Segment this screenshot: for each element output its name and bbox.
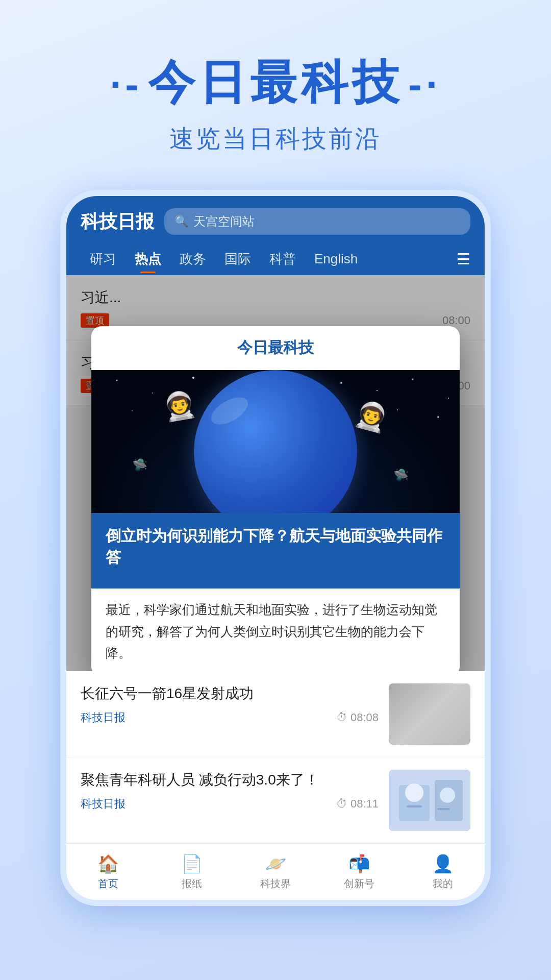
news-time-4: ⏱ 08:11 bbox=[336, 797, 379, 811]
news-item-4[interactable]: 聚焦青年科研人员 减负行动3.0来了！ 科技日报 ⏱ 08:11 bbox=[66, 757, 485, 844]
nav-item-hotspot[interactable]: 热点 bbox=[126, 245, 170, 273]
innovation-icon: 📬 bbox=[348, 853, 370, 874]
science-icon: 🪐 bbox=[265, 853, 286, 874]
modal-title: 今日最科技 bbox=[237, 339, 314, 356]
thumb-lab-4 bbox=[389, 770, 470, 831]
news-list: 习近... 置顶 08:00 习近...发展... 置顶 08:00 今日最科技 bbox=[66, 275, 485, 844]
svg-point-2 bbox=[192, 377, 194, 379]
bottom-nav-innovation-label: 创新号 bbox=[344, 877, 374, 891]
bottom-nav-profile[interactable]: 👤 我的 bbox=[401, 844, 485, 900]
modal-image: 👨‍🚀 👨‍🚀 🛸 🛸 bbox=[91, 370, 460, 513]
modal-article-body: 最近，科学家们通过航天和地面实验，进行了生物运动知觉的研究，解答了为何人类倒立时… bbox=[91, 589, 460, 676]
nav-menu-icon[interactable]: ☰ bbox=[457, 250, 470, 268]
bottom-nav-science-label: 科技界 bbox=[260, 877, 291, 891]
bottom-nav-science[interactable]: 🪐 科技界 bbox=[234, 844, 317, 900]
news-source-3: 科技日报 bbox=[81, 710, 126, 725]
bottom-nav-home-label: 首页 bbox=[98, 877, 118, 891]
svg-point-16 bbox=[397, 409, 398, 410]
news-thumbnail-4 bbox=[389, 770, 470, 831]
newspaper-icon: 📄 bbox=[181, 853, 203, 874]
news-thumbnail-3 bbox=[389, 683, 470, 745]
news-source-4: 科技日报 bbox=[81, 796, 126, 812]
search-placeholder-text: 天宫空间站 bbox=[193, 213, 255, 230]
search-bar[interactable]: 🔍 天宫空间站 bbox=[164, 208, 470, 235]
svg-point-1 bbox=[152, 393, 153, 394]
bottom-nav-newspaper[interactable]: 📄 报纸 bbox=[150, 844, 234, 900]
nav-item-science[interactable]: 科普 bbox=[260, 245, 305, 273]
svg-point-21 bbox=[405, 783, 423, 802]
news-item-4-inner: 聚焦青年科研人员 减负行动3.0来了！ 科技日报 ⏱ 08:11 bbox=[81, 770, 470, 831]
phone-mockup: 科技日报 🔍 天宫空间站 研习 热点 政务 国际 科普 English ☰ 习近… bbox=[66, 196, 485, 900]
news-text-4: 聚焦青年科研人员 减负行动3.0来了！ 科技日报 ⏱ 08:11 bbox=[81, 770, 379, 831]
svg-point-9 bbox=[448, 398, 449, 399]
news-item-3[interactable]: 长征六号一箭16星发射成功 科技日报 ⏱ 08:08 bbox=[66, 671, 485, 757]
svg-point-17 bbox=[437, 416, 439, 418]
modal-article-body-text: 最近，科学家们通过航天和地面实验，进行了生物运动知觉的研究，解答了为何人类倒立时… bbox=[91, 599, 460, 676]
news-item-3-inner: 长征六号一箭16星发射成功 科技日报 ⏱ 08:08 bbox=[81, 683, 470, 745]
app-header-top: 科技日报 🔍 天宫空间站 bbox=[81, 208, 470, 235]
svg-rect-23 bbox=[407, 805, 422, 807]
svg-point-6 bbox=[340, 382, 342, 384]
astronaut-1: 👨‍🚀 bbox=[160, 388, 198, 424]
page-subtitle: 速览当日科技前沿 bbox=[0, 122, 551, 155]
svg-point-0 bbox=[116, 380, 118, 381]
space-background: 👨‍🚀 👨‍🚀 🛸 🛸 bbox=[91, 370, 460, 513]
satellite-2: 🛸 bbox=[393, 468, 409, 482]
svg-rect-24 bbox=[437, 808, 450, 810]
svg-point-7 bbox=[377, 390, 378, 391]
modal-content-header: 倒立时为何识别能力下降？航天与地面实验共同作答 bbox=[91, 513, 460, 589]
modal-header: 今日最科技 bbox=[91, 326, 460, 370]
news-title-4: 聚焦青年科研人员 减负行动3.0来了！ bbox=[81, 770, 379, 790]
bottom-nav-newspaper-label: 报纸 bbox=[182, 877, 202, 891]
nav-item-politics[interactable]: 政务 bbox=[170, 245, 215, 273]
page-header: 今日最科技 速览当日科技前沿 bbox=[0, 0, 551, 176]
app-header: 科技日报 🔍 天宫空间站 研习 热点 政务 国际 科普 English ☰ bbox=[66, 196, 485, 275]
nav-item-xuexi[interactable]: 研习 bbox=[81, 245, 126, 273]
bottom-nav-innovation[interactable]: 📬 创新号 bbox=[317, 844, 401, 900]
svg-point-22 bbox=[440, 788, 455, 803]
nav-item-english[interactable]: English bbox=[305, 246, 367, 272]
satellite-1: 🛸 bbox=[132, 458, 147, 472]
bottom-nav-profile-label: 我的 bbox=[433, 877, 453, 891]
app-nav: 研习 热点 政务 国际 科普 English ☰ bbox=[81, 245, 470, 275]
news-text-3: 长征六号一箭16星发射成功 科技日报 ⏱ 08:08 bbox=[81, 683, 379, 745]
thumb-gray-3 bbox=[389, 683, 470, 745]
news-time-3: ⏱ 08:08 bbox=[336, 711, 379, 724]
svg-point-10 bbox=[132, 410, 133, 411]
profile-icon: 👤 bbox=[432, 853, 454, 874]
modal-card: 今日最科技 bbox=[91, 326, 460, 676]
news-meta-4: 科技日报 ⏱ 08:11 bbox=[81, 796, 379, 812]
app-logo: 科技日报 bbox=[81, 209, 154, 234]
bottom-nav-home[interactable]: 🏠 首页 bbox=[66, 844, 150, 900]
bottom-nav: 🏠 首页 📄 报纸 🪐 科技界 📬 创新号 👤 我的 bbox=[66, 844, 485, 900]
news-meta-3: 科技日报 ⏱ 08:08 bbox=[81, 710, 379, 725]
home-icon: 🏠 bbox=[97, 853, 119, 874]
modal-article-title: 倒立时为何识别能力下降？航天与地面实验共同作答 bbox=[106, 525, 445, 568]
news-title-3: 长征六号一箭16星发射成功 bbox=[81, 683, 379, 703]
page-title: 今日最科技 bbox=[110, 51, 441, 114]
nav-item-international[interactable]: 国际 bbox=[215, 245, 260, 273]
svg-point-8 bbox=[412, 379, 414, 380]
search-icon: 🔍 bbox=[174, 215, 188, 228]
